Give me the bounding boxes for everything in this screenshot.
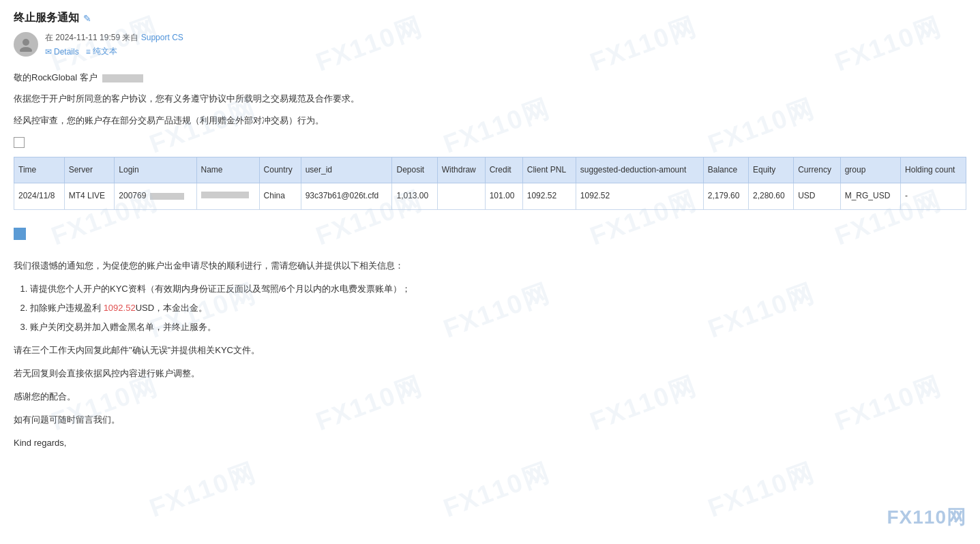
login-redacted [150, 193, 184, 200]
cell-name [196, 183, 259, 210]
list-item-3: 账户关闭交易并加入赠金黑名单，并终止服务。 [30, 318, 966, 336]
col-balance: Balance [703, 157, 748, 183]
brand-watermark: FX110网 [887, 504, 967, 530]
cell-withdraw [437, 183, 485, 210]
email-action-links: ✉ Details ≡ 纯文本 [45, 46, 183, 57]
col-equity: Equity [748, 157, 793, 183]
para5: 感谢您的配合。 [14, 388, 966, 406]
sign-off: Kind regards, [14, 434, 966, 452]
name-redacted [201, 192, 249, 198]
col-login: Login [115, 157, 196, 183]
cell-credit: 101.00 [485, 183, 522, 210]
col-credit: Credit [485, 157, 522, 183]
table-row: 2024/11/8 MT4 LIVE 200769 China 93c37b61… [14, 183, 966, 210]
list-item-2: 扣除账户违规盈利 1092.52USD，本金出金。 [30, 299, 966, 317]
cell-time: 2024/11/8 [14, 183, 65, 210]
cell-equity: 2,280.60 [748, 183, 793, 210]
para6: 如有问题可随时留言我们。 [14, 411, 966, 429]
plain-text-label: 纯文本 [93, 46, 117, 57]
email-body: 敬的RockGlobal 客户 依据您于开户时所同意的客户协议，您有义务遵守协议… [14, 67, 966, 460]
cell-server: MT4 LIVE [64, 183, 115, 210]
cell-balance: 2,179.60 [703, 183, 748, 210]
para1: 依据您于开户时所同意的客户协议，您有义务遵守协议中所载明之交易规范及合作要求。 [14, 91, 966, 106]
checkbox-icon[interactable] [14, 137, 25, 148]
col-time: Time [14, 157, 65, 183]
list-item-3-text: 账户关闭交易并加入赠金黑名单，并终止服务。 [30, 322, 216, 332]
data-table-wrapper: Time Server Login Name Country user_id D… [14, 157, 966, 210]
details-link[interactable]: ✉ Details [45, 46, 79, 57]
from-label: 在 2024-11-11 19:59 来自 [45, 33, 138, 42]
email-container: 终止服务通知 ✎ 在 2024-11-11 19:59 来自 Support C… [0, 0, 980, 471]
col-group: group [840, 157, 900, 183]
text-icon: ≡ [86, 47, 91, 57]
cell-currency: USD [794, 183, 840, 210]
avatar [14, 32, 38, 57]
greeting-text: 敬的RockGlobal 客户 [14, 72, 98, 82]
support-cs-link[interactable]: Support CS [141, 33, 183, 42]
para3: 请在三个工作天内回复此邮件"确认无误"并提供相关KYC文件。 [14, 342, 966, 359]
cell-client-pnl: 1092.52 [522, 183, 576, 210]
col-client-pnl: Client PNL [522, 157, 576, 183]
greeting-line: 敬的RockGlobal 客户 [14, 70, 966, 85]
svg-point-0 [23, 39, 29, 46]
cell-deposit: 1,013.00 [392, 183, 437, 210]
col-name: Name [196, 157, 259, 183]
list-item-1: 请提供您个人开户的KYC资料（有效期内身份证正反面以及驾照/6个月以内的水电费发… [30, 280, 966, 298]
section2-divider [14, 221, 966, 252]
plain-text-link[interactable]: ≡ 纯文本 [86, 46, 117, 57]
edit-icon[interactable]: ✎ [83, 13, 91, 24]
section2-intro: 我们很遗憾的通知您，为促使您的账户出金申请尽快的顺利进行，需请您确认并提供以下相… [14, 257, 966, 275]
cell-country: China [259, 183, 301, 210]
deduction-amount: 1092.52 [104, 303, 136, 313]
cell-group: M_RG_USD [840, 183, 900, 210]
email-title-row: 终止服务通知 ✎ [14, 11, 966, 25]
email-subject: 终止服务通知 [14, 11, 79, 25]
cell-login: 200769 [115, 183, 196, 210]
col-country: Country [259, 157, 301, 183]
col-currency: Currency [794, 157, 840, 183]
col-suggested-deduction: suggested-deduction-amount [576, 157, 703, 183]
col-user-id: user_id [301, 157, 392, 183]
login-value: 200769 [119, 191, 146, 200]
email-from-line: 在 2024-11-11 19:59 来自 Support CS [45, 32, 183, 44]
para2: 经风控审查，您的账户存在部分交易产品违规（利用赠金外部对冲交易）行为。 [14, 112, 966, 128]
cell-suggested-deduction: 1092.52 [576, 183, 703, 210]
svg-point-1 [20, 47, 32, 52]
details-label: Details [54, 47, 79, 57]
data-table: Time Server Login Name Country user_id D… [14, 157, 966, 210]
col-deposit: Deposit [392, 157, 437, 183]
para4: 若无回复则会直接依据风控内容进行账户调整。 [14, 365, 966, 382]
list-item-1-text: 请提供您个人开户的KYC资料（有效期内身份证正反面以及驾照/6个月以内的水电费发… [30, 284, 411, 294]
requirements-list: 请提供您个人开户的KYC资料（有效期内身份证正反面以及驾照/6个月以内的水电费发… [30, 280, 966, 336]
col-holding-count: Holding count [901, 157, 966, 183]
checkbox-row [14, 134, 966, 149]
email-meta-info: 在 2024-11-11 19:59 来自 Support CS ✉ Detai… [45, 32, 183, 57]
section-divider-block [14, 228, 26, 240]
body-content-section2: 我们很遗憾的通知您，为促使您的账户出金申请尽快的顺利进行，需请您确认并提供以下相… [14, 257, 966, 452]
cell-user-id: 93c37b61@026t.cfd [301, 183, 392, 210]
table-header-row: Time Server Login Name Country user_id D… [14, 157, 966, 183]
customer-name-redacted [102, 74, 143, 82]
envelope-icon: ✉ [45, 47, 52, 57]
col-withdraw: Withdraw [437, 157, 485, 183]
email-meta: 在 2024-11-11 19:59 来自 Support CS ✉ Detai… [14, 32, 966, 57]
cell-holding-count: - [901, 183, 966, 210]
col-server: Server [64, 157, 115, 183]
